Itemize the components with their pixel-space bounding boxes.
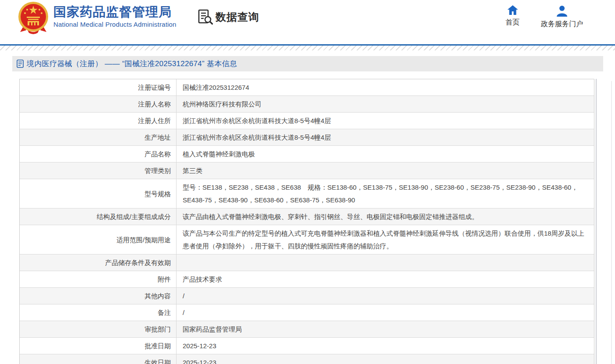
national-emblem-logo[interactable] (18, 0, 49, 35)
row-value: 2025-12-23 (177, 354, 594, 364)
row-label: 结构及组成/主要组成成分 (20, 209, 177, 225)
row-value: / (177, 288, 594, 304)
table-row: 其他内容/ (20, 288, 594, 304)
document-search-icon (197, 9, 213, 25)
table-row: 附件产品技术要求 (20, 271, 594, 288)
table-row: 结构及组成/主要组成成分该产品由植入式脊髓神经刺激电极、穿刺针、指引钢丝、导丝、… (20, 209, 594, 225)
row-value: / (177, 304, 594, 321)
hatched-stripe (0, 46, 615, 50)
table-row: 生产地址浙江省杭州市余杭区余杭街道科技大道8-5号4幢4层 (20, 129, 594, 146)
row-value: 国械注准20253122674 (177, 79, 594, 95)
row-value: 植入式脊髓神经刺激电极 (177, 146, 594, 162)
table-row: 注册证编号国械注准20253122674 (20, 79, 594, 96)
row-value: 国家药品监督管理局 (177, 321, 594, 337)
row-value: 该产品由植入式脊髓神经刺激电极、穿刺针、指引钢丝、导丝、电极固定锚和电极固定锚推… (177, 209, 594, 225)
nav-portal-label: 政务服务门户 (541, 20, 583, 29)
brand-title-en: National Medical Products Administration (53, 21, 177, 28)
row-label: 生效日期 (20, 354, 177, 364)
content-right-edge (611, 81, 612, 364)
nav-portal[interactable]: 政务服务门户 (540, 5, 584, 29)
table-row: 产品储存条件及有效期 (20, 254, 594, 271)
row-value: 杭州神络医疗科技有限公司 (177, 96, 594, 112)
row-value: 第三类 (177, 163, 594, 179)
registration-info-table: 注册证编号国械注准20253122674注册人名称杭州神络医疗科技有限公司注册人… (19, 79, 594, 364)
row-value: 该产品与本公司生产的特定型号的植入式可充电脊髓神经刺激器和植入式脊髓神经刺激延伸… (177, 225, 594, 254)
row-label: 产品储存条件及有效期 (20, 254, 177, 271)
brand-block[interactable]: 国家药品监督管理局 National Medical Products Admi… (53, 4, 177, 28)
data-query-tab[interactable]: 数据查询 (197, 9, 259, 25)
table-row: 产品名称植入式脊髓神经刺激电极 (20, 146, 594, 163)
row-value (177, 254, 594, 271)
row-label: 其他内容 (20, 288, 177, 304)
row-label: 注册人名称 (20, 96, 177, 112)
row-label: 备注 (20, 304, 177, 321)
user-icon (556, 5, 568, 17)
nav-home[interactable]: 首页 (502, 5, 523, 27)
table-right-edge (596, 79, 597, 364)
row-value: 浙江省杭州市余杭区余杭街道科技大道8-5号4幢4层 (177, 113, 594, 129)
page: 国家药品监督管理局 National Medical Products Admi… (0, 0, 615, 364)
row-value: 产品技术要求 (177, 271, 594, 287)
table-row: 管理类别第三类 (20, 163, 594, 179)
row-label: 适用范围/预期用途 (20, 225, 177, 254)
site-header: 国家药品监督管理局 National Medical Products Admi… (0, 0, 615, 44)
page-title-bar: 境内医疗器械（注册） —— “国械注准20253122674” 基本信息 (12, 56, 603, 71)
table-row: 生效日期2025-12-23 (20, 354, 594, 364)
row-label: 管理类别 (20, 163, 177, 179)
table-row: 型号规格型号：SE138，SE238，SE438，SE638 规格：SE138-… (20, 179, 594, 209)
row-label: 审批部门 (20, 321, 177, 337)
page-title: 境内医疗器械（注册） —— “国械注准20253122674” 基本信息 (27, 59, 237, 69)
table-row: 批准日期2025-12-23 (20, 338, 594, 354)
row-label: 注册人住所 (20, 113, 177, 129)
table-row: 审批部门国家药品监督管理局 (20, 321, 594, 338)
brand-title-cn: 国家药品监督管理局 (53, 4, 177, 20)
row-value: 浙江省杭州市余杭区余杭街道科技大道8-5号4幢4层 (177, 129, 594, 145)
row-label: 附件 (20, 271, 177, 287)
nav-home-label: 首页 (505, 18, 520, 27)
home-icon (507, 5, 518, 15)
row-label: 注册证编号 (20, 79, 177, 95)
table-row: 适用范围/预期用途该产品与本公司生产的特定型号的植入式可充电脊髓神经刺激器和植入… (20, 225, 594, 254)
document-icon (17, 60, 24, 68)
row-label: 产品名称 (20, 146, 177, 162)
table-row: 备注/ (20, 304, 594, 321)
row-value: 2025-12-23 (177, 338, 594, 354)
row-label: 批准日期 (20, 338, 177, 354)
row-label: 型号规格 (20, 179, 177, 208)
data-query-label: 数据查询 (216, 10, 259, 24)
table-row: 注册人名称杭州神络医疗科技有限公司 (20, 96, 594, 113)
table-row: 注册人住所浙江省杭州市余杭区余杭街道科技大道8-5号4幢4层 (20, 113, 594, 129)
row-value: 型号：SE138，SE238，SE438，SE638 规格：SE138-60，S… (177, 179, 594, 208)
row-label: 生产地址 (20, 129, 177, 145)
